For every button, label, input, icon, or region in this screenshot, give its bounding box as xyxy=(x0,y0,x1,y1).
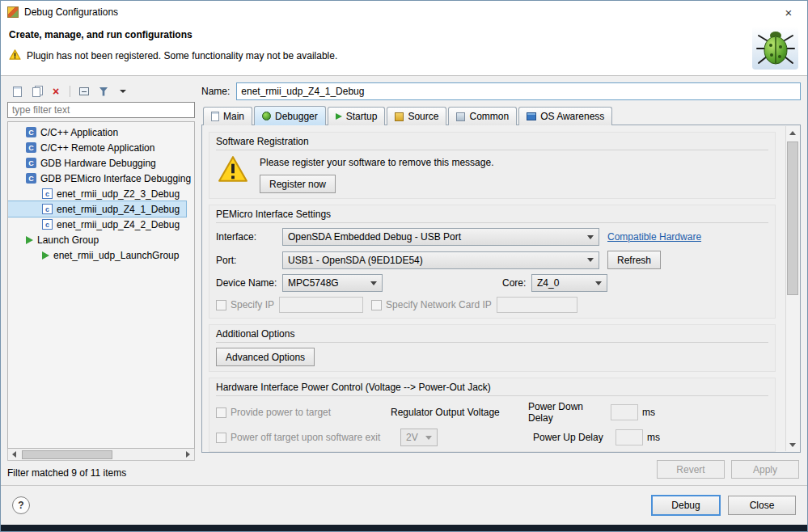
power-off-row: Power off target upon software exit 2V P… xyxy=(216,429,768,446)
section-title: Software Registration xyxy=(216,136,768,150)
additional-options-section: Additional Options Advanced Options xyxy=(209,324,776,372)
tab-os-awareness[interactable]: OS Awareness xyxy=(518,107,612,125)
scroll-right-arrow[interactable] xyxy=(182,450,194,460)
specify-ip-row: Specify IP Specify Network Card IP xyxy=(216,297,768,313)
section-title: Additional Options xyxy=(216,328,768,343)
scrollbar-track[interactable] xyxy=(20,450,182,460)
tree-item-label: enet_rmii_udp_Z4_1_Debug xyxy=(57,204,180,215)
tree-item-enet-rmii-udp-launchgroup[interactable]: enet_rmii_udp_LaunchGroup xyxy=(8,247,185,263)
tab-label: Main xyxy=(223,111,244,122)
power-down-delay-input[interactable] xyxy=(611,404,638,420)
scroll-left-arrow[interactable] xyxy=(8,450,20,460)
collapse-all-button[interactable] xyxy=(76,84,92,99)
dialog-icon xyxy=(7,6,19,18)
interface-dropdown[interactable]: OpenSDA Embedded Debug - USB Port xyxy=(282,228,599,246)
software-registration-section: Software Registration Please register yo… xyxy=(209,132,776,199)
c-application-icon: C xyxy=(26,158,36,168)
debug-button[interactable]: Debug xyxy=(651,495,721,516)
tab-main[interactable]: Main xyxy=(203,107,252,125)
voltage-dropdown[interactable]: 2V xyxy=(400,429,438,446)
register-now-button[interactable]: Register now xyxy=(260,175,336,193)
filter-configurations-button[interactable] xyxy=(95,84,112,99)
tree-horizontal-scrollbar[interactable] xyxy=(7,449,195,461)
scroll-down-arrow[interactable] xyxy=(786,438,799,451)
collapse-all-icon xyxy=(79,87,89,95)
down-arrow-icon xyxy=(789,443,796,447)
specify-ip-checkbox[interactable] xyxy=(216,300,226,310)
tree-item-enet-rmii-udp-z4-2-debug[interactable]: c enet_rmii_udp_Z4_2_Debug xyxy=(8,217,186,232)
power-up-delay-label: Power Up Delay xyxy=(533,432,616,443)
regulator-output-voltage-label: Regulator Output Voltage xyxy=(391,407,528,418)
power-off-checkbox-group: Power off target upon software exit xyxy=(216,432,400,443)
configurations-tree: C C/C++ Application C C/C++ Remote Appli… xyxy=(7,121,195,449)
tab-common[interactable]: Common xyxy=(448,107,517,125)
tab-startup[interactable]: Startup xyxy=(328,107,386,125)
specify-ip-label: Specify IP xyxy=(231,299,274,310)
revert-apply-actions: Revert Apply xyxy=(201,453,801,479)
c-application-icon: C xyxy=(26,142,36,153)
startup-tab-icon xyxy=(336,113,342,120)
tab-source[interactable]: Source xyxy=(387,107,446,125)
network-card-ip-input[interactable] xyxy=(497,297,577,313)
tree-item-cpp-remote-application[interactable]: C C/C++ Remote Application xyxy=(8,140,161,155)
refresh-button[interactable]: Refresh xyxy=(607,251,661,269)
compatible-hardware-link[interactable]: Compatible Hardware xyxy=(607,231,701,243)
tree-item-label: Launch Group xyxy=(37,234,99,246)
os-awareness-tab-icon xyxy=(527,112,536,120)
power-off-checkbox[interactable] xyxy=(216,433,226,443)
name-input[interactable] xyxy=(236,82,801,100)
scroll-up-arrow[interactable] xyxy=(786,126,799,139)
name-row: Name: xyxy=(201,82,801,100)
dropdown-caret-icon xyxy=(425,436,432,440)
software-registration-body: Please register your software to remove … xyxy=(216,155,768,193)
help-button[interactable]: ? xyxy=(12,496,30,514)
port-dropdown[interactable]: USB1 - OpenSDA (9ED1DE54) xyxy=(282,251,599,269)
new-configuration-button[interactable] xyxy=(9,84,25,99)
device-name-dropdown[interactable]: MPC5748G xyxy=(282,274,383,292)
close-button[interactable]: Close xyxy=(728,496,796,515)
tree-item-gdb-pemicro-interface-debugging[interactable]: C GDB PEMicro Interface Debugging xyxy=(8,171,195,186)
scrollbar-thumb[interactable] xyxy=(787,141,798,295)
big-warning-icon xyxy=(218,155,248,185)
apply-button[interactable]: Apply xyxy=(731,460,799,479)
tab-debugger[interactable]: Debugger xyxy=(254,106,326,125)
dropdown-caret-icon xyxy=(595,281,602,285)
revert-button[interactable]: Revert xyxy=(657,460,725,479)
c-config-icon: c xyxy=(42,219,53,230)
advanced-options-button[interactable]: Advanced Options xyxy=(216,348,315,366)
toolbar-separator xyxy=(70,86,70,97)
toolbar-menu-button[interactable] xyxy=(115,84,131,99)
tab-label: Startup xyxy=(346,111,378,122)
scrollbar-thumb[interactable] xyxy=(22,450,112,459)
tree-item-cpp-application[interactable]: C C/C++ Application xyxy=(8,125,125,140)
section-title: PEMicro Interface Settings xyxy=(216,209,768,223)
port-row: Port: USB1 - OpenSDA (9ED1DE54) Refresh xyxy=(216,251,768,269)
warning-text: Plugin has not been registered. Some fun… xyxy=(27,50,337,61)
provide-power-row: Provide power to target Regulator Output… xyxy=(216,401,768,424)
ms-unit-label: ms xyxy=(647,432,660,443)
dialog-header: Create, manage, and run configurations P… xyxy=(1,23,807,76)
core-dropdown[interactable]: Z4_0 xyxy=(531,274,607,292)
filter-input[interactable] xyxy=(7,102,195,118)
core-label: Core: xyxy=(502,277,531,289)
c-application-icon: C xyxy=(26,173,36,184)
content-vertical-scrollbar[interactable] xyxy=(785,126,799,451)
interface-label: Interface: xyxy=(216,231,282,243)
power-up-delay-input[interactable] xyxy=(616,429,643,445)
configurations-toolbar: × xyxy=(7,82,195,102)
delete-configuration-button[interactable]: × xyxy=(48,84,64,99)
specify-network-card-ip-checkbox[interactable] xyxy=(371,300,382,310)
duplicate-configuration-button[interactable] xyxy=(28,84,44,99)
title-bar: Debug Configurations × xyxy=(1,1,807,23)
specify-ip-input[interactable] xyxy=(279,297,363,313)
tree-item-launch-group[interactable]: Launch Group xyxy=(8,232,105,247)
dialog-button-bar: ? Debug Close xyxy=(1,485,807,525)
power-off-label: Power off target upon software exit xyxy=(231,432,380,443)
tree-item-enet-rmii-udp-z4-1-debug[interactable]: c enet_rmii_udp_Z4_1_Debug xyxy=(8,201,186,217)
tree-item-gdb-hardware-debugging[interactable]: C GDB Hardware Debugging xyxy=(8,155,163,171)
tree-item-enet-rmii-udp-z2-3-debug[interactable]: c enet_rmii_udp_Z2_3_Debug xyxy=(8,186,186,201)
pemicro-bug-logo xyxy=(749,26,799,74)
window-close-icon[interactable]: × xyxy=(776,2,801,22)
page-title: Create, manage, and run configurations xyxy=(9,29,799,40)
provide-power-checkbox[interactable] xyxy=(216,407,226,418)
